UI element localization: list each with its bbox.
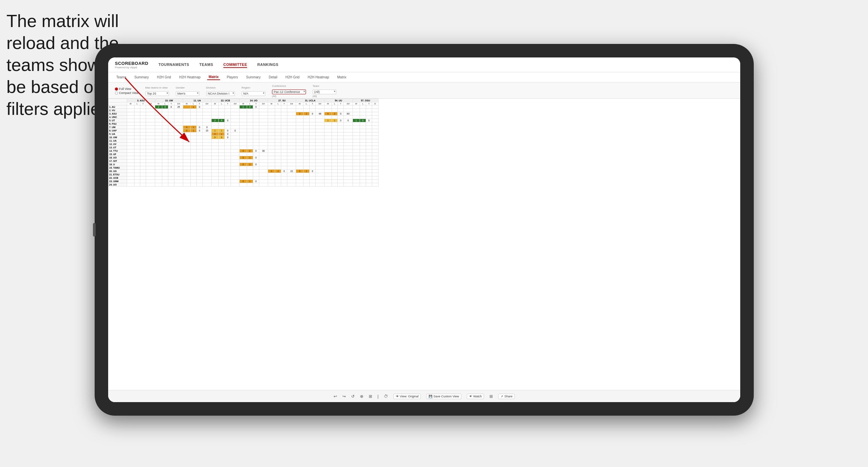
matrix-cell xyxy=(168,129,174,132)
matrix-cell xyxy=(287,122,296,126)
compact-view-radio[interactable]: Compact View xyxy=(115,91,139,95)
watch-button[interactable]: 👁 Watch xyxy=(467,394,484,399)
matrix-cell xyxy=(315,139,324,143)
matrix-cell xyxy=(275,153,281,156)
sub-nav-h2h-grid2[interactable]: H2H Grid xyxy=(284,75,301,80)
sub-nav-players[interactable]: Players xyxy=(225,75,239,80)
matrix-cell: 1 xyxy=(275,170,281,173)
matrix-cell xyxy=(183,173,191,176)
matrix-cell xyxy=(127,132,135,136)
region-select[interactable]: N/A xyxy=(242,91,265,96)
matrix-cell xyxy=(155,166,162,170)
matrix-table: 3. ASU 10. UW 11. UA 22. UCB 24. UO 27. … xyxy=(108,99,379,187)
matrix-cell xyxy=(303,143,309,146)
grid-button[interactable]: ⊞ xyxy=(489,394,493,399)
nav-committee[interactable]: COMMITTEE xyxy=(223,62,247,68)
matrix-cell xyxy=(332,166,338,170)
matrix-cell xyxy=(155,180,162,183)
sub-nav-summary2[interactable]: Summary xyxy=(245,75,262,80)
sub-nav-matrix2[interactable]: Matrix xyxy=(336,75,348,80)
matrix-cell xyxy=(259,166,268,170)
matrix-cell xyxy=(196,116,202,119)
gender-select-wrapper: Men's Women's xyxy=(176,90,199,96)
nav-tournaments[interactable]: TOURNAMENTS xyxy=(159,62,189,68)
matrix-cell xyxy=(225,166,231,170)
division-select[interactable]: NCAA Division I xyxy=(206,91,235,96)
matrix-cell xyxy=(140,163,146,166)
zoom-button[interactable]: ⊕ xyxy=(360,394,363,399)
refresh-button[interactable]: ↺ xyxy=(351,394,355,399)
matrix-cell xyxy=(360,163,366,166)
sub-nav-h2h-grid[interactable]: H2H Grid xyxy=(155,75,172,80)
matrix-cell xyxy=(360,146,366,149)
matrix-cell xyxy=(268,176,275,180)
view-original-button[interactable]: 👁 View: Original xyxy=(393,394,421,399)
matrix-area[interactable]: 3. ASU 10. UW 11. UA 22. UCB 24. UO 27. … xyxy=(108,99,740,402)
matrix-cell xyxy=(127,180,135,183)
matrix-cell xyxy=(281,153,287,156)
redo-button[interactable]: ↪ xyxy=(342,394,346,399)
matrix-cell xyxy=(168,153,174,156)
matrix-cell xyxy=(168,132,174,136)
matrix-cell xyxy=(140,143,146,146)
sub-nav-teams[interactable]: Teams xyxy=(115,75,127,80)
share-button[interactable]: ↗ Share xyxy=(498,394,515,399)
matrix-cell xyxy=(268,109,275,112)
sub-nav-h2h-heatmap2[interactable]: H2H Heatmap xyxy=(306,75,330,80)
matrix-cell xyxy=(259,129,268,132)
matrix-cell: 0 xyxy=(366,119,372,122)
matrix-cell xyxy=(174,136,183,139)
matrix-cell xyxy=(309,129,315,132)
matrix-cell xyxy=(219,170,225,173)
conference-select-wrapper: Pac-12 Conference xyxy=(272,88,306,94)
matrix-cell xyxy=(324,163,332,166)
save-custom-button[interactable]: 💾 Save Custom View xyxy=(426,394,461,399)
nav-teams[interactable]: TEAMS xyxy=(199,62,213,68)
nav-rankings[interactable]: RANKINGS xyxy=(257,62,279,68)
clock-button[interactable]: ⏱ xyxy=(384,394,388,399)
team-select[interactable]: (All) xyxy=(313,90,336,94)
sub-nav-summary[interactable]: Summary xyxy=(133,75,150,80)
matrix-cell xyxy=(225,170,231,173)
matrix-cell: 0 xyxy=(268,170,275,173)
matrix-cell xyxy=(259,143,268,146)
gender-filter: Gender Men's Women's xyxy=(176,86,199,96)
sub-nav-h2h-heatmap[interactable]: H2H Heatmap xyxy=(178,75,202,80)
full-view-radio[interactable]: Full View xyxy=(115,87,139,91)
matrix-cell xyxy=(202,139,211,143)
sub-nav-matrix[interactable]: Matrix xyxy=(207,74,220,80)
matrix-cell xyxy=(174,109,183,112)
matrix-cell xyxy=(324,136,332,139)
matrix-cell xyxy=(231,136,240,139)
conference-select[interactable]: Pac-12 Conference xyxy=(272,90,306,94)
matrix-cell xyxy=(324,149,332,153)
matrix-cell xyxy=(196,153,202,156)
matrix-cell xyxy=(211,112,219,116)
sub-nav-detail[interactable]: Detail xyxy=(267,75,279,80)
matrix-cell xyxy=(372,122,378,126)
matrix-cell xyxy=(287,149,296,153)
matrix-cell xyxy=(155,183,162,187)
undo-button[interactable]: ↩ xyxy=(334,394,337,399)
matrix-cell xyxy=(240,143,247,146)
conference-filter: Conference Pac-12 Conference (All) xyxy=(272,84,306,97)
matrix-cell xyxy=(259,119,268,122)
max-teams-select[interactable]: Top 25 Top 50 All xyxy=(145,91,169,96)
matrix-cell xyxy=(202,105,211,109)
matrix-cell xyxy=(296,176,304,180)
matrix-cell xyxy=(309,156,315,159)
pan-button[interactable]: ⊞ xyxy=(369,394,372,399)
matrix-cell xyxy=(202,149,211,153)
sh-su-d: Dif xyxy=(287,102,296,105)
matrix-cell xyxy=(225,109,231,112)
matrix-cell xyxy=(281,156,287,159)
matrix-cell xyxy=(253,109,259,112)
matrix-cell xyxy=(140,170,146,173)
matrix-cell xyxy=(344,159,353,163)
gender-select[interactable]: Men's Women's xyxy=(176,91,199,96)
matrix-cell xyxy=(281,109,287,112)
matrix-cell xyxy=(183,143,191,146)
matrix-cell xyxy=(353,105,360,109)
matrix-cell xyxy=(309,163,315,166)
region-label: Region xyxy=(242,86,265,89)
